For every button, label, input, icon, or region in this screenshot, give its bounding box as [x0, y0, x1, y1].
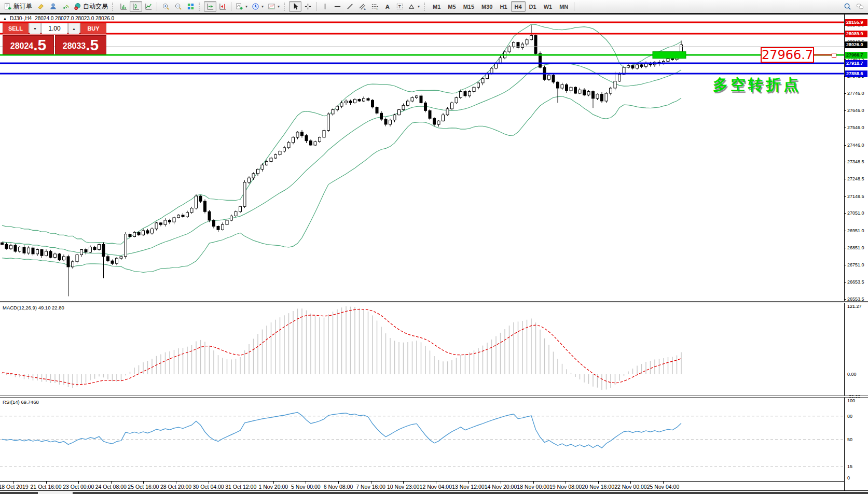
price-tick-mark — [845, 265, 846, 265]
candle-body — [508, 47, 511, 52]
trading-terminal-window: 新订单 自动交易 — [0, 0, 868, 494]
indicators-button[interactable]: ▾ — [233, 1, 250, 12]
candle-body — [473, 87, 475, 91]
candle-body — [336, 106, 339, 110]
marker-button[interactable] — [34, 1, 47, 12]
candle-body — [186, 213, 189, 217]
volume-decrease-button[interactable]: ▼ — [30, 23, 40, 34]
price-tick-mark — [845, 110, 846, 111]
candle-body — [222, 224, 224, 230]
line-chart-mode-button[interactable] — [142, 1, 155, 12]
candle-body — [217, 227, 219, 230]
channel-tool-button[interactable]: E — [356, 1, 368, 12]
timeframe-w1-button[interactable]: W1 — [540, 1, 556, 12]
candle-body — [389, 120, 392, 124]
zoom-in-button[interactable] — [159, 1, 172, 12]
candle-body — [160, 223, 162, 224]
timeframe-m15-button[interactable]: M15 — [460, 1, 478, 12]
scrollbar-segment[interactable] — [0, 492, 38, 494]
timeframe-h4-button[interactable]: H4 — [511, 1, 526, 12]
clock-icon — [252, 3, 259, 10]
price-tick-label: 26653.5 — [847, 279, 864, 285]
price-axis[interactable]: 28141.028042.527943.527843.527746.027646… — [844, 15, 868, 490]
periods-button[interactable]: ▾ — [250, 1, 266, 12]
vertical-line-tool-button[interactable] — [319, 1, 331, 12]
label-tool-button[interactable]: T — [393, 1, 406, 12]
chart-shift-button[interactable] — [216, 1, 229, 12]
buy-button[interactable]: BUY — [80, 23, 106, 34]
new-order-button[interactable]: 新订单 — [2, 1, 34, 12]
price-callout-box[interactable]: 27966.7 — [761, 47, 814, 63]
horizontal-line-tool-button[interactable] — [331, 1, 343, 12]
buy-price-frac: .5 — [86, 37, 99, 53]
collapse-panel-icon[interactable]: ▲ — [3, 17, 7, 20]
candle-body — [481, 79, 484, 83]
sell-price-display[interactable]: 28024 .5 — [3, 35, 54, 54]
chart-canvas[interactable] — [0, 0, 868, 494]
dropdown-arrow-icon: ▾ — [245, 4, 247, 9]
volume-increase-button[interactable]: ▲ — [68, 23, 79, 34]
dropdown-arrow-icon: ▾ — [418, 4, 420, 9]
bar-chart-mode-button[interactable] — [117, 1, 130, 12]
horizontal-scrollbar[interactable] — [0, 490, 868, 494]
auto-scroll-button[interactable] — [204, 1, 216, 12]
cursor-tool-button[interactable] — [289, 1, 301, 12]
pane-separator-main-macd[interactable] — [0, 301, 868, 303]
text-tool-button[interactable]: A — [381, 1, 393, 12]
candle-body — [552, 75, 555, 82]
price-tick-label: 27148.5 — [847, 194, 864, 199]
symbol-name: DJ30-,H4 — [10, 16, 32, 21]
candle-body — [376, 107, 378, 114]
candle-body — [116, 258, 118, 263]
candle-body — [190, 208, 193, 213]
candle-body — [85, 250, 87, 252]
price-tick-mark — [845, 145, 846, 146]
timeframe-d1-button[interactable]: D1 — [526, 1, 540, 12]
profile-button[interactable] — [47, 1, 59, 12]
search-button[interactable] — [841, 1, 853, 12]
candle-body — [125, 234, 127, 257]
signals-button[interactable] — [59, 1, 72, 12]
candle-body — [314, 142, 316, 145]
buy-price-display[interactable]: 28033 .5 — [55, 35, 106, 54]
zoom-out-button[interactable] — [172, 1, 184, 12]
candlestick-mode-button[interactable] — [130, 1, 142, 12]
highlight-rectangle-object[interactable] — [653, 52, 686, 59]
candle-body — [49, 251, 52, 258]
text-icon: A — [383, 3, 391, 10]
timeframe-m1-button[interactable]: M1 — [429, 1, 444, 12]
price-callout-anchor[interactable] — [832, 53, 836, 58]
volume-input[interactable] — [42, 23, 67, 34]
timeframe-h1-button[interactable]: H1 — [496, 1, 511, 12]
sell-button[interactable]: SELL — [3, 23, 29, 34]
symbol-ohlc-values: 28024.0 28027.0 28023.0 28026.0 — [35, 16, 114, 21]
crosshair-tool-button[interactable] — [301, 1, 314, 12]
pane-separator-macd-rsi[interactable] — [0, 396, 868, 398]
time-axis[interactable]: 18 Oct 201921 Oct 16:0023 Oct 00:0024 Oc… — [0, 482, 844, 490]
autotrading-button[interactable]: 自动交易 — [72, 1, 110, 12]
candle-body — [411, 97, 414, 101]
price-tick-label: 27546.0 — [847, 125, 864, 130]
macd-indicator-label: MACD(12,26,9) 49.10 22.80 — [3, 305, 64, 310]
chat-button[interactable] — [853, 1, 866, 12]
templates-button[interactable]: ▾ — [266, 1, 282, 12]
toolbar-separator — [157, 2, 157, 11]
indicators-icon — [236, 3, 243, 10]
chinese-annotation[interactable]: 多空转折点 — [713, 75, 801, 95]
fibonacci-tool-button[interactable]: F — [368, 1, 381, 12]
scrollbar-thumb[interactable] — [73, 492, 868, 494]
timeframe-mn-button[interactable]: MN — [556, 1, 572, 12]
candle-body — [279, 151, 281, 155]
candle-body — [310, 141, 312, 145]
timeframe-m30-button[interactable]: M30 — [478, 1, 496, 12]
candle-body — [235, 211, 237, 216]
trendline-tool-button[interactable] — [343, 1, 356, 12]
price-tick-mark — [845, 248, 846, 248]
timeframe-m5-button[interactable]: M5 — [444, 1, 459, 12]
shapes-tool-button[interactable]: ▾ — [406, 1, 422, 12]
price-tick-label: 26851.0 — [847, 245, 864, 250]
candle-body — [671, 59, 674, 60]
tile-windows-button[interactable] — [184, 1, 197, 12]
candle-body — [349, 101, 352, 103]
candle-body — [14, 245, 17, 251]
